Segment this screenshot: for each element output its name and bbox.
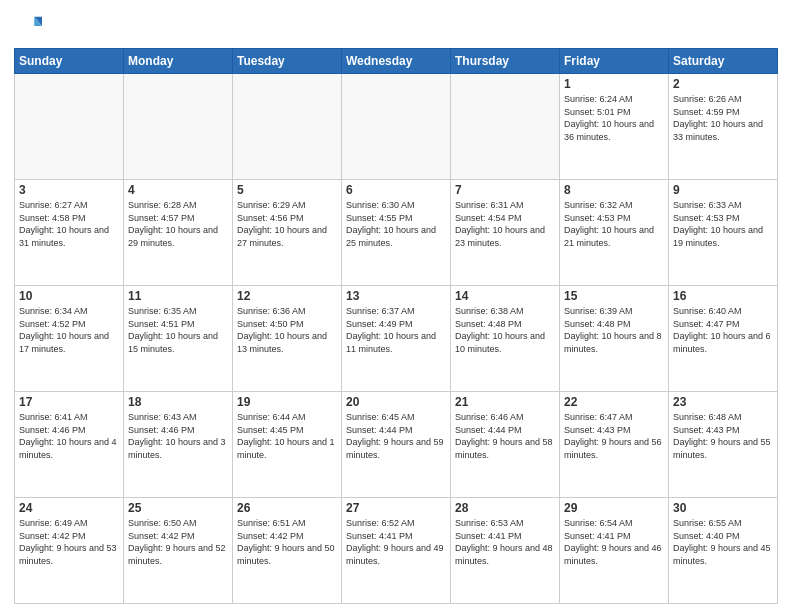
calendar-week-row: 24Sunrise: 6:49 AM Sunset: 4:42 PM Dayli… bbox=[15, 498, 778, 604]
day-info: Sunrise: 6:30 AM Sunset: 4:55 PM Dayligh… bbox=[346, 199, 446, 249]
day-number: 26 bbox=[237, 501, 337, 515]
day-info: Sunrise: 6:37 AM Sunset: 4:49 PM Dayligh… bbox=[346, 305, 446, 355]
calendar-day-header: Sunday bbox=[15, 49, 124, 74]
calendar-cell: 9Sunrise: 6:33 AM Sunset: 4:53 PM Daylig… bbox=[669, 180, 778, 286]
day-info: Sunrise: 6:40 AM Sunset: 4:47 PM Dayligh… bbox=[673, 305, 773, 355]
calendar-cell bbox=[124, 74, 233, 180]
day-number: 10 bbox=[19, 289, 119, 303]
day-info: Sunrise: 6:53 AM Sunset: 4:41 PM Dayligh… bbox=[455, 517, 555, 567]
calendar-week-row: 17Sunrise: 6:41 AM Sunset: 4:46 PM Dayli… bbox=[15, 392, 778, 498]
logo-icon bbox=[14, 12, 42, 40]
calendar-cell bbox=[342, 74, 451, 180]
day-number: 30 bbox=[673, 501, 773, 515]
calendar-cell: 4Sunrise: 6:28 AM Sunset: 4:57 PM Daylig… bbox=[124, 180, 233, 286]
day-info: Sunrise: 6:39 AM Sunset: 4:48 PM Dayligh… bbox=[564, 305, 664, 355]
day-number: 24 bbox=[19, 501, 119, 515]
header bbox=[14, 12, 778, 40]
calendar-cell: 14Sunrise: 6:38 AM Sunset: 4:48 PM Dayli… bbox=[451, 286, 560, 392]
calendar-cell: 30Sunrise: 6:55 AM Sunset: 4:40 PM Dayli… bbox=[669, 498, 778, 604]
day-info: Sunrise: 6:33 AM Sunset: 4:53 PM Dayligh… bbox=[673, 199, 773, 249]
day-number: 6 bbox=[346, 183, 446, 197]
calendar-cell bbox=[451, 74, 560, 180]
day-info: Sunrise: 6:47 AM Sunset: 4:43 PM Dayligh… bbox=[564, 411, 664, 461]
calendar-cell: 5Sunrise: 6:29 AM Sunset: 4:56 PM Daylig… bbox=[233, 180, 342, 286]
day-number: 25 bbox=[128, 501, 228, 515]
calendar-cell: 27Sunrise: 6:52 AM Sunset: 4:41 PM Dayli… bbox=[342, 498, 451, 604]
calendar-cell: 21Sunrise: 6:46 AM Sunset: 4:44 PM Dayli… bbox=[451, 392, 560, 498]
day-number: 13 bbox=[346, 289, 446, 303]
calendar-cell: 23Sunrise: 6:48 AM Sunset: 4:43 PM Dayli… bbox=[669, 392, 778, 498]
day-number: 29 bbox=[564, 501, 664, 515]
calendar-cell: 26Sunrise: 6:51 AM Sunset: 4:42 PM Dayli… bbox=[233, 498, 342, 604]
day-number: 19 bbox=[237, 395, 337, 409]
calendar-cell: 20Sunrise: 6:45 AM Sunset: 4:44 PM Dayli… bbox=[342, 392, 451, 498]
calendar-day-header: Tuesday bbox=[233, 49, 342, 74]
day-number: 16 bbox=[673, 289, 773, 303]
calendar-cell: 10Sunrise: 6:34 AM Sunset: 4:52 PM Dayli… bbox=[15, 286, 124, 392]
day-info: Sunrise: 6:43 AM Sunset: 4:46 PM Dayligh… bbox=[128, 411, 228, 461]
calendar-week-row: 10Sunrise: 6:34 AM Sunset: 4:52 PM Dayli… bbox=[15, 286, 778, 392]
calendar-cell: 2Sunrise: 6:26 AM Sunset: 4:59 PM Daylig… bbox=[669, 74, 778, 180]
calendar-cell: 25Sunrise: 6:50 AM Sunset: 4:42 PM Dayli… bbox=[124, 498, 233, 604]
day-info: Sunrise: 6:31 AM Sunset: 4:54 PM Dayligh… bbox=[455, 199, 555, 249]
calendar-cell: 16Sunrise: 6:40 AM Sunset: 4:47 PM Dayli… bbox=[669, 286, 778, 392]
calendar-day-header: Saturday bbox=[669, 49, 778, 74]
day-number: 4 bbox=[128, 183, 228, 197]
day-number: 7 bbox=[455, 183, 555, 197]
calendar-cell: 1Sunrise: 6:24 AM Sunset: 5:01 PM Daylig… bbox=[560, 74, 669, 180]
calendar-cell: 15Sunrise: 6:39 AM Sunset: 4:48 PM Dayli… bbox=[560, 286, 669, 392]
calendar-day-header: Thursday bbox=[451, 49, 560, 74]
day-number: 14 bbox=[455, 289, 555, 303]
calendar-cell: 13Sunrise: 6:37 AM Sunset: 4:49 PM Dayli… bbox=[342, 286, 451, 392]
day-number: 17 bbox=[19, 395, 119, 409]
day-info: Sunrise: 6:44 AM Sunset: 4:45 PM Dayligh… bbox=[237, 411, 337, 461]
day-number: 28 bbox=[455, 501, 555, 515]
day-number: 2 bbox=[673, 77, 773, 91]
day-number: 12 bbox=[237, 289, 337, 303]
calendar-cell: 8Sunrise: 6:32 AM Sunset: 4:53 PM Daylig… bbox=[560, 180, 669, 286]
day-number: 18 bbox=[128, 395, 228, 409]
day-info: Sunrise: 6:45 AM Sunset: 4:44 PM Dayligh… bbox=[346, 411, 446, 461]
day-info: Sunrise: 6:52 AM Sunset: 4:41 PM Dayligh… bbox=[346, 517, 446, 567]
day-number: 27 bbox=[346, 501, 446, 515]
calendar-cell: 24Sunrise: 6:49 AM Sunset: 4:42 PM Dayli… bbox=[15, 498, 124, 604]
calendar-cell: 29Sunrise: 6:54 AM Sunset: 4:41 PM Dayli… bbox=[560, 498, 669, 604]
logo bbox=[14, 12, 44, 40]
calendar-day-header: Monday bbox=[124, 49, 233, 74]
calendar-cell: 6Sunrise: 6:30 AM Sunset: 4:55 PM Daylig… bbox=[342, 180, 451, 286]
day-info: Sunrise: 6:48 AM Sunset: 4:43 PM Dayligh… bbox=[673, 411, 773, 461]
calendar-cell: 11Sunrise: 6:35 AM Sunset: 4:51 PM Dayli… bbox=[124, 286, 233, 392]
day-info: Sunrise: 6:50 AM Sunset: 4:42 PM Dayligh… bbox=[128, 517, 228, 567]
calendar-cell: 28Sunrise: 6:53 AM Sunset: 4:41 PM Dayli… bbox=[451, 498, 560, 604]
calendar-cell bbox=[233, 74, 342, 180]
calendar-cell: 3Sunrise: 6:27 AM Sunset: 4:58 PM Daylig… bbox=[15, 180, 124, 286]
day-info: Sunrise: 6:35 AM Sunset: 4:51 PM Dayligh… bbox=[128, 305, 228, 355]
page: SundayMondayTuesdayWednesdayThursdayFrid… bbox=[0, 0, 792, 612]
calendar-cell: 18Sunrise: 6:43 AM Sunset: 4:46 PM Dayli… bbox=[124, 392, 233, 498]
day-number: 11 bbox=[128, 289, 228, 303]
calendar-header-row: SundayMondayTuesdayWednesdayThursdayFrid… bbox=[15, 49, 778, 74]
calendar-cell: 17Sunrise: 6:41 AM Sunset: 4:46 PM Dayli… bbox=[15, 392, 124, 498]
day-number: 15 bbox=[564, 289, 664, 303]
day-number: 23 bbox=[673, 395, 773, 409]
day-number: 8 bbox=[564, 183, 664, 197]
day-info: Sunrise: 6:32 AM Sunset: 4:53 PM Dayligh… bbox=[564, 199, 664, 249]
day-info: Sunrise: 6:46 AM Sunset: 4:44 PM Dayligh… bbox=[455, 411, 555, 461]
day-info: Sunrise: 6:26 AM Sunset: 4:59 PM Dayligh… bbox=[673, 93, 773, 143]
day-number: 9 bbox=[673, 183, 773, 197]
day-number: 22 bbox=[564, 395, 664, 409]
day-info: Sunrise: 6:27 AM Sunset: 4:58 PM Dayligh… bbox=[19, 199, 119, 249]
calendar-table: SundayMondayTuesdayWednesdayThursdayFrid… bbox=[14, 48, 778, 604]
calendar-cell: 19Sunrise: 6:44 AM Sunset: 4:45 PM Dayli… bbox=[233, 392, 342, 498]
calendar-cell bbox=[15, 74, 124, 180]
calendar-cell: 22Sunrise: 6:47 AM Sunset: 4:43 PM Dayli… bbox=[560, 392, 669, 498]
day-info: Sunrise: 6:51 AM Sunset: 4:42 PM Dayligh… bbox=[237, 517, 337, 567]
calendar-week-row: 3Sunrise: 6:27 AM Sunset: 4:58 PM Daylig… bbox=[15, 180, 778, 286]
day-info: Sunrise: 6:41 AM Sunset: 4:46 PM Dayligh… bbox=[19, 411, 119, 461]
calendar-week-row: 1Sunrise: 6:24 AM Sunset: 5:01 PM Daylig… bbox=[15, 74, 778, 180]
day-info: Sunrise: 6:54 AM Sunset: 4:41 PM Dayligh… bbox=[564, 517, 664, 567]
day-info: Sunrise: 6:36 AM Sunset: 4:50 PM Dayligh… bbox=[237, 305, 337, 355]
day-number: 3 bbox=[19, 183, 119, 197]
day-info: Sunrise: 6:49 AM Sunset: 4:42 PM Dayligh… bbox=[19, 517, 119, 567]
calendar-day-header: Friday bbox=[560, 49, 669, 74]
